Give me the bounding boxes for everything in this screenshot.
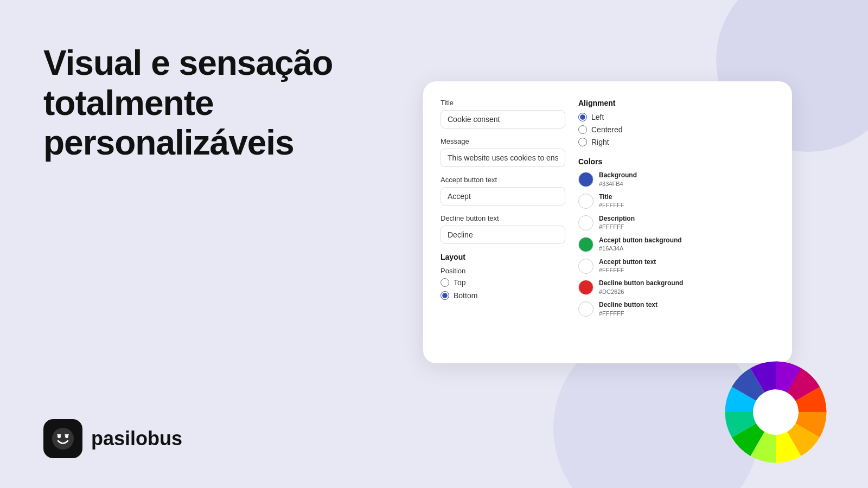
color-wheel-svg xyxy=(716,352,835,472)
color-hex-2: #FFFFFF xyxy=(599,223,635,230)
color-hex-4: #FFFFFF xyxy=(599,266,656,274)
alignment-left-option[interactable]: Left xyxy=(578,113,775,121)
svg-point-4 xyxy=(753,389,799,435)
main-card: Title Message Accept button text Decline… xyxy=(423,81,792,363)
logo-svg xyxy=(50,426,75,451)
color-item-3[interactable]: Accept button background#16A34A xyxy=(578,236,775,253)
color-name-4: Accept button text xyxy=(599,258,656,267)
decline-field-group: Decline button text xyxy=(441,214,565,244)
accept-input[interactable] xyxy=(441,187,565,206)
color-swatch-4[interactable] xyxy=(578,259,593,274)
position-radio-group: Top Bottom xyxy=(441,278,565,300)
color-info-1: Title#FFFFFF xyxy=(599,193,624,209)
color-info-0: Background#334FB4 xyxy=(599,171,637,188)
layout-section: Layout Position Top Bottom xyxy=(441,253,565,300)
accept-label: Accept button text xyxy=(441,176,565,184)
color-item-2[interactable]: Description#FFFFFF xyxy=(578,215,775,231)
hero-title: Visual e sensação totalmente personalizá… xyxy=(43,43,347,163)
title-field-group: Title xyxy=(441,99,565,129)
color-hex-1: #FFFFFF xyxy=(599,201,624,209)
color-name-0: Background xyxy=(599,171,637,180)
alignment-centered-radio[interactable] xyxy=(578,125,587,134)
alignment-section: Alignment Left Centered Right xyxy=(578,99,775,146)
color-name-2: Description xyxy=(599,215,635,223)
alignment-centered-option[interactable]: Centered xyxy=(578,125,775,134)
logo-area: pasilobus xyxy=(43,419,182,458)
color-swatch-0[interactable] xyxy=(578,172,593,187)
color-swatch-3[interactable] xyxy=(578,237,593,252)
layout-label: Layout xyxy=(441,253,565,261)
position-label: Position xyxy=(441,267,565,275)
color-info-6: Decline button text#FFFFFF xyxy=(599,301,658,317)
alignment-left-radio[interactable] xyxy=(578,113,587,121)
color-hex-6: #FFFFFF xyxy=(599,310,658,317)
position-top-radio[interactable] xyxy=(441,278,449,287)
color-item-0[interactable]: Background#334FB4 xyxy=(578,171,775,188)
color-item-4[interactable]: Accept button text#FFFFFF xyxy=(578,258,775,274)
message-label: Message xyxy=(441,137,565,145)
decline-input[interactable] xyxy=(441,226,565,244)
alignment-title: Alignment xyxy=(578,99,775,107)
settings-panel: Alignment Left Centered Right Colors xyxy=(578,99,775,346)
accept-field-group: Accept button text xyxy=(441,176,565,206)
color-item-6[interactable]: Decline button text#FFFFFF xyxy=(578,301,775,317)
color-name-6: Decline button text xyxy=(599,301,658,310)
position-bottom-radio[interactable] xyxy=(441,291,449,300)
color-hex-5: #DC2626 xyxy=(599,288,683,296)
color-hex-3: #16A34A xyxy=(599,245,682,252)
logo-text: pasilobus xyxy=(91,427,182,450)
decline-label: Decline button text xyxy=(441,214,565,222)
message-field-group: Message xyxy=(441,137,565,167)
alignment-right-option[interactable]: Right xyxy=(578,138,775,146)
alignment-centered-label: Centered xyxy=(591,125,623,134)
color-item-1[interactable]: Title#FFFFFF xyxy=(578,193,775,209)
alignment-left-label: Left xyxy=(591,113,604,121)
color-info-3: Accept button background#16A34A xyxy=(599,236,682,253)
color-item-5[interactable]: Decline button background#DC2626 xyxy=(578,279,775,296)
position-top-option[interactable]: Top xyxy=(441,278,565,287)
color-swatch-2[interactable] xyxy=(578,215,593,230)
color-hex-0: #334FB4 xyxy=(599,180,637,188)
colors-title: Colors xyxy=(578,157,775,166)
position-top-label: Top xyxy=(454,278,466,287)
position-bottom-label: Bottom xyxy=(454,291,477,300)
logo-icon xyxy=(43,419,82,458)
color-info-2: Description#FFFFFF xyxy=(599,215,635,231)
color-info-4: Accept button text#FFFFFF xyxy=(599,258,656,274)
position-bottom-option[interactable]: Bottom xyxy=(441,291,565,300)
color-swatch-1[interactable] xyxy=(578,194,593,209)
title-label: Title xyxy=(441,99,565,107)
hero-section: Visual e sensação totalmente personalizá… xyxy=(43,43,347,163)
alignment-right-label: Right xyxy=(591,138,609,146)
alignment-right-radio[interactable] xyxy=(578,138,587,146)
title-input[interactable] xyxy=(441,110,565,129)
message-input[interactable] xyxy=(441,149,565,167)
color-wheel xyxy=(716,352,835,472)
svg-point-0 xyxy=(52,428,74,450)
alignment-group: Left Centered Right xyxy=(578,113,775,146)
color-info-5: Decline button background#DC2626 xyxy=(599,279,683,296)
color-name-5: Decline button background xyxy=(599,279,683,288)
color-swatch-6[interactable] xyxy=(578,301,593,317)
color-swatch-5[interactable] xyxy=(578,280,593,295)
color-name-3: Accept button background xyxy=(599,236,682,245)
form-panel: Title Message Accept button text Decline… xyxy=(441,99,565,346)
color-name-1: Title xyxy=(599,193,624,202)
colors-section: Colors Background#334FB4Title#FFFFFFDesc… xyxy=(578,157,775,317)
color-items-container: Background#334FB4Title#FFFFFFDescription… xyxy=(578,171,775,317)
